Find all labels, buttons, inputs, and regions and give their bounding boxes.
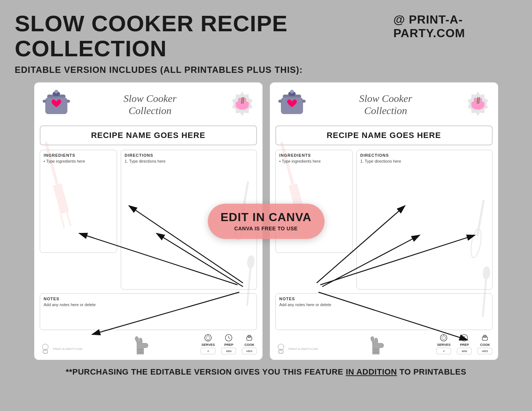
card-left-content: Slow Cooker Collection bbox=[40, 88, 257, 354]
svg-rect-15 bbox=[66, 100, 70, 103]
serves-value-right: # bbox=[443, 350, 444, 353]
prep-icon-item-right: Prep MIN bbox=[457, 334, 472, 354]
svg-point-48 bbox=[290, 90, 294, 93]
prep-input-left: MIN bbox=[221, 348, 236, 354]
pot-icon-right bbox=[275, 88, 309, 121]
svg-rect-61 bbox=[373, 351, 378, 353]
cooker-icon-right bbox=[481, 334, 489, 342]
recipe-card-right: Slow Cooker Collection Recipe Na bbox=[270, 82, 498, 360]
cook-label-right: Cook bbox=[480, 343, 490, 347]
cook-value-left: HRS bbox=[246, 350, 253, 353]
ingredients-label-right: Ingredients bbox=[279, 153, 349, 157]
oven-mitt-icon-right bbox=[369, 336, 385, 354]
clock-icon-left bbox=[225, 334, 233, 342]
svg-line-32 bbox=[229, 338, 230, 339]
print-url-right: PRINT-A-PARTY.COM bbox=[289, 347, 318, 351]
footer-icons-left: Serves # Prep bbox=[201, 334, 257, 354]
directions-label-left: Directions bbox=[125, 153, 253, 157]
card-title-area-left: Slow Cooker Collection bbox=[73, 92, 228, 117]
svg-rect-14 bbox=[43, 100, 46, 103]
svg-rect-24 bbox=[138, 349, 143, 350]
notes-label-left: Notes bbox=[44, 297, 253, 301]
recipe-name-box-right: Recipe Name Goes Here bbox=[275, 125, 493, 145]
directions-label-right: Directions bbox=[360, 153, 489, 157]
serves-input-right: # bbox=[436, 348, 451, 354]
page-container: Slow Cooker Recipe Collection @ Print-A-… bbox=[0, 0, 532, 411]
clock-icon-right bbox=[460, 334, 468, 342]
bottom-text-highlight: In Addition bbox=[346, 367, 397, 376]
subtitle: Editable Version Includes (All Printable… bbox=[15, 65, 517, 75]
notes-label-right: Notes bbox=[279, 297, 489, 301]
main-title: Slow Cooker Recipe Collection bbox=[15, 11, 393, 61]
serves-label-left: Serves bbox=[201, 343, 215, 347]
bottom-text-part1: **Purchasing the Editable Version Gives … bbox=[66, 367, 343, 376]
serves-icon-item-left: Serves # bbox=[201, 334, 215, 354]
ingredients-col-right: Ingredients • Type ingredients here bbox=[275, 150, 353, 290]
footer-icons-right: Serves # Prep bbox=[436, 334, 492, 354]
cook-input-right: HRS bbox=[478, 348, 492, 354]
directions-col-left: Directions 1. Type directions here bbox=[121, 150, 257, 290]
notes-box-left: Notes Add any notes here or delete bbox=[40, 293, 257, 330]
bottom-text: **Purchasing the Editable Version Gives … bbox=[15, 367, 517, 377]
cook-label-left: Cook bbox=[244, 343, 254, 347]
directions-content-right: 1. Type directions here bbox=[360, 159, 489, 163]
prep-input-right: MIN bbox=[457, 348, 472, 354]
prep-value-left: MIN bbox=[226, 350, 232, 353]
card-header-left: Slow Cooker Collection bbox=[40, 88, 257, 121]
svg-point-27 bbox=[206, 336, 210, 340]
svg-point-63 bbox=[442, 336, 445, 340]
print-url-left: PRINT-A-PARTY.COM bbox=[53, 347, 82, 351]
pot-icon-left bbox=[40, 88, 73, 121]
chef-icon-left bbox=[40, 343, 51, 354]
serves-icon-item-right: Serves # bbox=[436, 334, 451, 354]
footer-left-area: PRINT-A-PARTY.COM bbox=[40, 343, 82, 354]
ingredients-box-right: Ingredients • Type ingredients here bbox=[275, 150, 353, 253]
directions-content-left: 1. Type directions here bbox=[125, 159, 253, 163]
recipe-card-left: Slow Cooker Collection bbox=[34, 82, 263, 360]
prep-value-right: MIN bbox=[462, 350, 467, 353]
notes-content-left: Add any notes here or delete bbox=[44, 302, 253, 307]
card-footer-right: PRINT-A-PARTY.COM bbox=[275, 334, 493, 354]
ingredients-label-left: Ingredients bbox=[44, 153, 113, 157]
directions-box-right: Directions 1. Type directions here bbox=[356, 150, 493, 290]
directions-col-right: Directions 1. Type directions here bbox=[356, 150, 493, 290]
notes-box-right: Notes Add any notes here or delete bbox=[275, 293, 493, 330]
recipe-name-text-left: Recipe Name Goes Here bbox=[44, 131, 253, 140]
svg-line-67 bbox=[464, 338, 466, 339]
cook-value-right: HRS bbox=[482, 350, 488, 353]
card-title-area-right: Slow Cooker Collection bbox=[309, 92, 463, 117]
serves-input-left: # bbox=[201, 348, 215, 354]
svg-rect-60 bbox=[373, 349, 378, 350]
card-right-content: Slow Cooker Collection Recipe Na bbox=[275, 88, 493, 354]
plate-icon-right bbox=[440, 334, 448, 342]
serves-value-left: # bbox=[207, 350, 209, 353]
recipe-name-text-right: Recipe Name Goes Here bbox=[280, 131, 488, 140]
ingredients-content-right: • Type ingredients here bbox=[279, 159, 349, 163]
bottom-text-part2: to Printables bbox=[399, 367, 466, 376]
card-header-right: Slow Cooker Collection bbox=[275, 88, 493, 121]
recipe-name-box-left: Recipe Name Goes Here bbox=[40, 125, 257, 145]
svg-rect-51 bbox=[302, 100, 306, 103]
directions-box-left: Directions 1. Type directions here bbox=[121, 150, 257, 290]
cards-row: Slow Cooker Collection bbox=[15, 82, 517, 360]
header: Slow Cooker Recipe Collection @ Print-A-… bbox=[15, 11, 517, 61]
footer-right-area: PRINT-A-PARTY.COM bbox=[275, 343, 318, 354]
ingredients-content-left: • Type ingredients here bbox=[44, 159, 113, 163]
ingredients-box-left: Ingredients • Type ingredients here bbox=[40, 150, 117, 253]
card-title-script-left: Slow Cooker Collection bbox=[77, 92, 224, 117]
svg-rect-25 bbox=[138, 351, 143, 353]
notes-content-right: Add any notes here or delete bbox=[279, 302, 489, 307]
badge-icon-left bbox=[228, 90, 257, 119]
svg-rect-50 bbox=[278, 100, 282, 103]
cook-input-left: HRS bbox=[242, 348, 257, 354]
website-url: @ Print-A-Party.com bbox=[393, 11, 517, 40]
cook-icon-item-right: Cook HRS bbox=[478, 334, 492, 354]
content-grid-right: Ingredients • Type ingredients here Dire… bbox=[275, 150, 493, 290]
ingredients-col-left: Ingredients • Type ingredients here bbox=[40, 150, 117, 290]
cook-icon-item-left: Cook HRS bbox=[242, 334, 257, 354]
prep-label-left: Prep bbox=[224, 343, 233, 347]
serves-label-right: Serves bbox=[437, 343, 450, 347]
plate-icon-left bbox=[204, 334, 212, 342]
cooker-icon-left bbox=[245, 334, 253, 342]
badge-icon-right bbox=[463, 90, 493, 119]
